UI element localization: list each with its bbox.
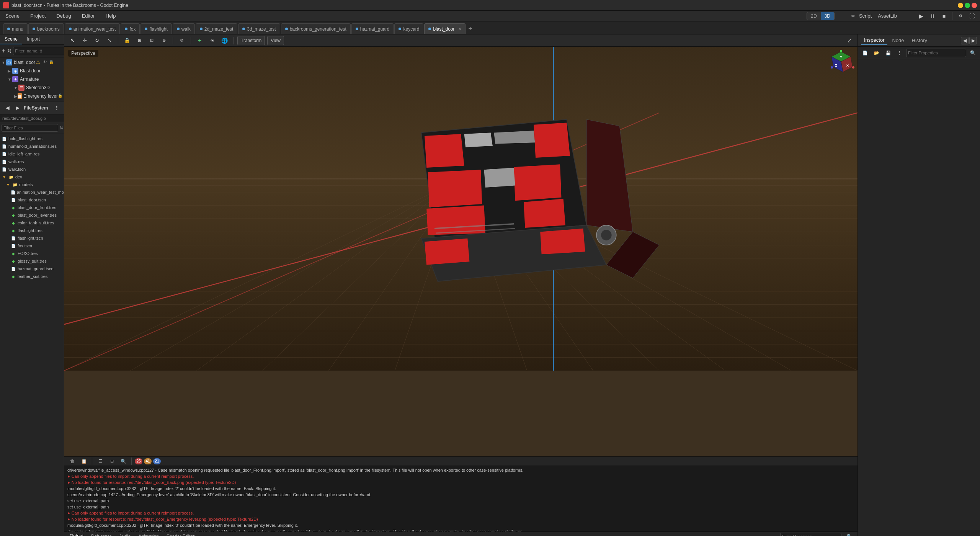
tab-keycard[interactable]: keycard xyxy=(394,23,423,34)
fs-item-flashlight-tres[interactable]: ◆ flashlight.tres xyxy=(0,227,64,234)
tab-close-blast-door[interactable]: ✕ xyxy=(458,27,461,31)
inspector-resource-open[interactable]: 📂 xyxy=(872,48,882,58)
transform-button[interactable]: Transform xyxy=(237,36,265,45)
fs-item-models-folder[interactable]: ▼ 📁 models xyxy=(0,181,64,188)
tab-menu[interactable]: menu xyxy=(3,23,28,34)
console-filter-search[interactable]: 🔍 xyxy=(844,531,854,536)
fs-item-blast-door-front-tres[interactable]: ◆ blast_door_front.tres xyxy=(0,204,64,211)
inspector-resource-save[interactable]: 💾 xyxy=(883,48,893,58)
fs-item-humanoid-anim[interactable]: 📄 humanoid_animations.res xyxy=(0,142,64,150)
console-clear-button[interactable]: 🗑 xyxy=(67,456,77,466)
fs-nav-back[interactable]: ◀ xyxy=(2,103,12,113)
fs-item-walk-res[interactable]: 📄 walk.res xyxy=(0,158,64,165)
tab-animation-wear-test[interactable]: animation_wear_test xyxy=(65,23,120,34)
tab-fox[interactable]: fox xyxy=(121,23,140,34)
view-button[interactable]: View xyxy=(267,36,284,45)
toolbar-script[interactable]: Script xyxy=(857,12,874,20)
menu-help[interactable]: Help xyxy=(103,12,118,20)
fs-options[interactable]: ⋮ xyxy=(52,103,62,113)
scale-tool[interactable]: ⤡ xyxy=(104,36,114,46)
minimize-button[interactable] xyxy=(958,3,963,8)
fs-item-dev-folder[interactable]: ▼ 📁 dev xyxy=(0,173,64,181)
inspector-options[interactable]: ⋮ xyxy=(895,48,905,58)
fs-item-glossy-suit-tres[interactable]: ◆ glossy_suit.tres xyxy=(0,257,64,265)
maximize-button[interactable] xyxy=(965,3,970,8)
tab-3d-maze[interactable]: 3d_maze_test xyxy=(238,23,280,34)
menu-editor[interactable]: Editor xyxy=(80,12,97,20)
tab-hazmat-guard[interactable]: hazmat_guard xyxy=(351,23,394,34)
fs-sort-button[interactable]: ⇅ xyxy=(59,123,64,133)
rotate-tool[interactable]: ↻ xyxy=(92,36,102,46)
tab-2d-maze[interactable]: 2d_maze_test xyxy=(196,23,237,34)
tab-debugger[interactable]: Debugger xyxy=(89,533,114,536)
node-tab[interactable]: Node xyxy=(889,36,907,45)
tree-item-blast-door-root[interactable]: ▼ ⬡ blast_door ⚠ 👁 🔒 xyxy=(0,58,64,67)
menu-scene[interactable]: Scene xyxy=(3,12,22,20)
menu-debug[interactable]: Debug xyxy=(54,12,73,20)
tool-settings[interactable]: ⚙ xyxy=(177,36,187,46)
tab-backrooms[interactable]: backrooms xyxy=(28,23,64,34)
console-search[interactable]: 🔍 xyxy=(118,456,128,466)
cast-light[interactable]: ☀ xyxy=(207,36,217,46)
stop-button[interactable]: ■ xyxy=(939,11,949,21)
tab-add-button[interactable]: + xyxy=(466,23,475,34)
inspector-tab[interactable]: Inspector xyxy=(861,36,887,45)
pause-button[interactable]: ⏸ xyxy=(928,11,938,21)
menu-project[interactable]: Project xyxy=(28,12,48,20)
inspector-nav-forward[interactable]: ▶ xyxy=(969,37,977,44)
viewport-expand[interactable]: ⤢ xyxy=(844,36,854,46)
lock-tool[interactable]: 🔒 xyxy=(122,36,132,46)
toolbar-assetlib[interactable]: AssetLib xyxy=(875,12,899,20)
tab-blast-door[interactable]: blast_door ✕ xyxy=(424,23,465,34)
tab-audio[interactable]: Audio xyxy=(117,533,133,536)
tab-backrooms-gen[interactable]: backrooms_generation_test xyxy=(281,23,351,34)
fs-item-walk-tscn[interactable]: 📄 walk.tscn xyxy=(0,165,64,173)
fs-item-hold-flashlight[interactable]: 📄 hold_flashlight.res xyxy=(0,135,64,142)
tab-shader-editor[interactable]: Shader Editor xyxy=(164,533,197,536)
environment-settings[interactable]: 🌐 xyxy=(219,36,229,46)
fs-item-anim-wear[interactable]: 📄 animation_wear_test_mo... xyxy=(0,188,64,196)
remote-button[interactable]: ⚙ xyxy=(956,11,965,21)
console-copy-button[interactable]: 📋 xyxy=(79,456,89,466)
add-node-viewport[interactable]: + xyxy=(195,36,205,46)
local-coords[interactable]: ⊚ xyxy=(159,36,169,46)
import-tab[interactable]: Import xyxy=(22,34,44,44)
fs-nav-forward[interactable]: ▶ xyxy=(12,103,22,113)
inspector-resource-new[interactable]: 📄 xyxy=(860,48,870,58)
close-button[interactable] xyxy=(972,3,977,8)
fs-item-leather-suit-tres[interactable]: ◆ leather_suit.tres xyxy=(0,273,64,280)
inspector-filter-search[interactable]: 🔍 xyxy=(968,48,978,58)
tree-item-emergency-lever[interactable]: ▶ ▦ Emergency lever 🔒 xyxy=(0,92,64,100)
filesystem-filter-input[interactable] xyxy=(2,124,58,132)
fs-item-blast-door-lever-tres[interactable]: ◆ blast_door_lever.tres xyxy=(0,211,64,219)
fs-item-fox-tscn[interactable]: 📄 fox.tscn xyxy=(0,242,64,250)
inspector-filter-input[interactable] xyxy=(906,49,966,57)
tab-animation[interactable]: Animation xyxy=(136,533,161,536)
select-tool[interactable]: ↖ xyxy=(67,36,77,46)
console-filter-input[interactable] xyxy=(780,533,841,536)
fs-item-hazmat-guard-tscn[interactable]: 📄 hazmat_guard.tscn xyxy=(0,265,64,273)
add-node-button[interactable]: + xyxy=(2,46,6,56)
fullscreen-button[interactable]: ⛶ xyxy=(967,11,977,21)
fs-item-idle-left-arm[interactable]: 📄 idle_left_arm.res xyxy=(0,150,64,158)
move-tool[interactable]: ✛ xyxy=(80,36,90,46)
fs-item-blast-door-tscn[interactable]: 📄 blast_door.tscn xyxy=(0,196,64,204)
tree-item-armature[interactable]: ▼ ✦ Armature xyxy=(0,75,64,83)
snap-tool[interactable]: ⊞ xyxy=(134,36,144,46)
use-snapping[interactable]: ⊡ xyxy=(147,36,157,46)
history-tab[interactable]: History xyxy=(909,36,930,45)
tab-walk[interactable]: walk xyxy=(173,23,195,34)
console-detail-view[interactable]: ⊟ xyxy=(107,456,117,466)
tree-item-blast-door-node[interactable]: ▶ ◈ Blast door xyxy=(0,67,64,75)
inspector-nav-back[interactable]: ◀ xyxy=(961,37,969,44)
tab-output[interactable]: Output xyxy=(67,533,86,536)
run-button[interactable]: ▶ xyxy=(916,11,926,21)
viewport-canvas[interactable]: Perspective Y xyxy=(64,47,858,456)
scene-filter-input[interactable] xyxy=(13,47,70,55)
mode-2d-button[interactable]: 2D xyxy=(807,12,820,20)
fs-item-foxo-tres[interactable]: ◆ FOXO.tres xyxy=(0,250,64,257)
fs-item-color-tank-suit-tres[interactable]: ◆ color_tank_suit.tres xyxy=(0,219,64,227)
tree-item-skeleton3d[interactable]: ▼ ☰ Skeleton3D xyxy=(0,83,64,92)
tab-flashlight[interactable]: flashlight xyxy=(140,23,172,34)
mode-3d-button[interactable]: 3D xyxy=(821,12,834,20)
